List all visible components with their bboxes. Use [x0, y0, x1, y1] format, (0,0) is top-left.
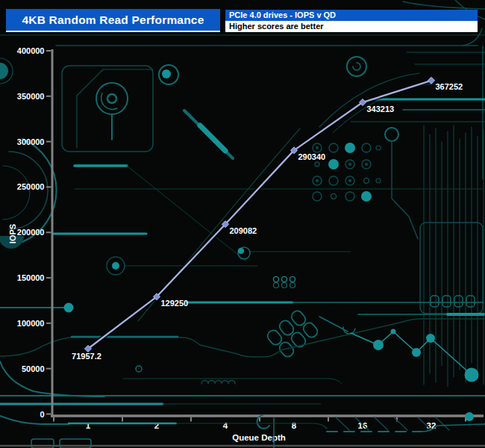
benchmark-chart-canvas: 0500001000001500002000002500003000003500… [0, 0, 485, 448]
circuit-background [0, 0, 485, 448]
chart-header-right: PCIe 4.0 drives - IOPS v QD Higher score… [225, 10, 478, 32]
chart-subtitle: PCIe 4.0 drives - IOPS v QD [225, 10, 478, 21]
chart-title: 4KB Random Read Performance [6, 9, 220, 32]
chart-note: Higher scores are better [225, 21, 478, 32]
